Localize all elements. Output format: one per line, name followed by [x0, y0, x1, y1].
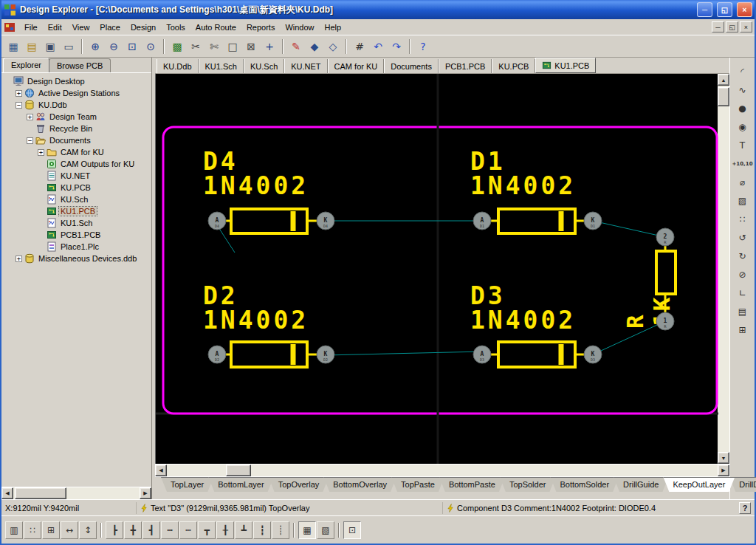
window-restore-button[interactable]: ◱ [717, 2, 732, 17]
expand-minus-icon[interactable]: − [27, 137, 33, 144]
distribute-vertical-button[interactable]: ┇ [253, 521, 271, 539]
help-button[interactable]: ? [414, 38, 432, 55]
copy-button[interactable]: ✄ [205, 38, 223, 55]
tree-item-miscellaneous-devices-ddb[interactable]: +Miscellaneous Devices.ddb [1, 253, 151, 264]
shield-net-button[interactable]: ◆ [306, 38, 323, 55]
layer-tab-drillguide[interactable]: DrillGuide [614, 477, 668, 492]
open-document-button[interactable]: ▤ [23, 38, 41, 55]
panel-tab-explorer[interactable]: Explorer [3, 58, 49, 72]
document-tab-ku-ddb[interactable]: KU.Ddb [157, 59, 199, 73]
undo-button[interactable]: ↶ [369, 38, 387, 55]
mdi-minimize-button[interactable]: ─ [712, 21, 724, 32]
menu-help[interactable]: Help [320, 21, 347, 34]
layer-tab-topsolder[interactable]: TopSolder [500, 477, 556, 492]
component-d3[interactable]: D31N4002AD3KD3 [470, 281, 602, 367]
menu-view[interactable]: View [67, 21, 95, 34]
tree-item-recycle-bin[interactable]: Recycle Bin [1, 123, 151, 134]
string-tool-button[interactable]: T [733, 137, 752, 154]
save-document-button[interactable]: ▣ [41, 38, 59, 55]
document-tab-ku-pcb[interactable]: KU.PCB [492, 59, 535, 73]
scroll-left-icon[interactable]: ◀ [1, 487, 13, 499]
paste-grid-tool-button[interactable]: ⊞ [733, 322, 752, 338]
expand-plus-icon[interactable]: + [16, 256, 22, 262]
space-horizontal-button[interactable]: ┉ [179, 521, 197, 539]
expand-plus-icon[interactable]: + [27, 114, 33, 120]
menu-edit[interactable]: Edit [43, 21, 67, 34]
expand-plus-icon[interactable]: + [38, 149, 44, 156]
fill-tool-button[interactable]: ▨ [733, 193, 752, 209]
interactive-wire-button[interactable]: ✎ [287, 38, 305, 55]
document-tab-ku1-pcb[interactable]: KU1.PCB [535, 58, 596, 73]
rotate-cw-tool-button[interactable]: ↻ [733, 248, 752, 264]
snap-to-grid-button[interactable]: ⊡ [343, 521, 361, 539]
pad-d4-a[interactable]: AD4 [208, 212, 226, 230]
tree-item-place1-plc[interactable]: Place1.Plc [1, 241, 151, 253]
arc-tool-button[interactable]: ◜ [733, 64, 752, 80]
tree-item-active-design-stations[interactable]: +Active Design Stations [1, 87, 151, 99]
tree-item-ku-net[interactable]: KU.NET [1, 170, 151, 182]
step-tool-button[interactable]: ∟ [733, 285, 752, 301]
pad-d3-a[interactable]: AD3 [473, 346, 491, 363]
grid-manager-button[interactable]: ⊞ [42, 521, 60, 539]
window-close-button[interactable]: × [737, 2, 752, 17]
coordinate-tool-button[interactable]: +10,10 [733, 156, 752, 172]
scroll-right-icon[interactable]: ▶ [718, 465, 729, 476]
document-tab-pcb1-pcb[interactable]: PCB1.PCB [439, 59, 492, 73]
layer-tab-bottompaste[interactable]: BottomPaste [439, 477, 505, 492]
pad-r-1[interactable]: 1R [656, 312, 674, 330]
component-d2[interactable]: D21N4002AD2KD2 [203, 281, 334, 367]
align-center-horizontal-button[interactable]: ╋ [124, 521, 142, 539]
tree-item-design-desktop[interactable]: Design Desktop [1, 75, 151, 87]
document-tab-ku-net[interactable]: KU.NET [284, 59, 327, 73]
document-tab-documents[interactable]: Documents [384, 59, 439, 73]
print-button[interactable]: ▭ [60, 38, 78, 55]
menu-design[interactable]: Design [126, 21, 161, 34]
scrollbar-track[interactable] [66, 487, 140, 499]
select-area-button[interactable]: □ [224, 38, 241, 55]
layer-tab-keepoutlayer[interactable]: KeepOutLayer [663, 477, 735, 492]
space-vertical-button[interactable]: ┊ [272, 521, 289, 539]
scrollbar-track[interactable] [718, 106, 729, 452]
mirror-tool-button[interactable]: ⊘ [733, 267, 752, 283]
document-tab-ku-sch[interactable]: KU.Sch [244, 59, 284, 73]
tree-item-ku1-pcb[interactable]: KU1.PCB [1, 205, 151, 217]
zoom-selection-button[interactable]: ⊙ [142, 38, 159, 55]
horizontal-scrollbar[interactable]: ◀ ▶ [155, 464, 729, 476]
pcb-canvas[interactable]: D41N4002AD4KD4D11N4002AD1KD1D21N4002AD2K… [155, 74, 718, 464]
tree-item-ku-pcb[interactable]: KU.PCB [1, 182, 151, 193]
tree-item-cam-for-ku[interactable]: +CAM for KU [1, 146, 151, 158]
pad-d4-k[interactable]: KD4 [317, 212, 334, 230]
pad-r-2[interactable]: 2R [656, 228, 674, 246]
align-right-button[interactable]: ┫ [142, 521, 160, 539]
cut-button[interactable]: ✂ [187, 38, 205, 55]
layer-tab-toplayer[interactable]: TopLayer [161, 477, 213, 492]
mdi-close-button[interactable]: × [740, 21, 752, 32]
zoom-area-button[interactable]: ⊡ [123, 38, 141, 55]
component-d4[interactable]: D41N4002AD4KD4 [203, 147, 334, 233]
pad-d2-a[interactable]: AD2 [208, 346, 226, 363]
sheet-tool-button[interactable]: ▤ [733, 304, 752, 320]
document-tab-ku1-sch[interactable]: KU1.Sch [199, 59, 244, 73]
menu-reports[interactable]: Reports [241, 21, 281, 34]
array-tool-button[interactable]: ∷ [733, 211, 752, 227]
align-top-button[interactable]: ┳ [198, 521, 216, 539]
shield-clear-button[interactable]: ◇ [324, 38, 342, 55]
move-item-button[interactable]: + [261, 38, 278, 55]
tree-item-cam-outputs-for-ku[interactable]: CAM Outputs for KU [1, 158, 151, 170]
pad-d1-a[interactable]: AD1 [473, 212, 491, 230]
layer-tab-topoverlay[interactable]: TopOverlay [269, 477, 329, 492]
room-arrange-button[interactable]: ▧ [317, 521, 334, 539]
scroll-down-icon[interactable]: ▼ [718, 452, 729, 464]
tree-item-ku-sch[interactable]: KU.Sch [1, 193, 151, 205]
dimension-tool-button[interactable]: ⌀ [733, 174, 752, 191]
deselect-button[interactable]: ⊠ [242, 38, 260, 55]
tree-item-documents[interactable]: −Documents [1, 134, 151, 146]
paste-special-button[interactable]: ▥ [5, 521, 23, 539]
menu-auto-route[interactable]: Auto Route [190, 21, 241, 34]
mdi-restore-button[interactable]: ◱ [726, 21, 738, 32]
align-bottom-button[interactable]: ┻ [235, 521, 252, 539]
component-d1[interactable]: D11N4002AD1KD1 [470, 147, 602, 233]
tree-item-design-team[interactable]: +Design Team [1, 111, 151, 123]
pad-d2-k[interactable]: KD2 [317, 346, 334, 363]
layer-tab-bottomsolder[interactable]: BottomSolder [550, 477, 619, 492]
